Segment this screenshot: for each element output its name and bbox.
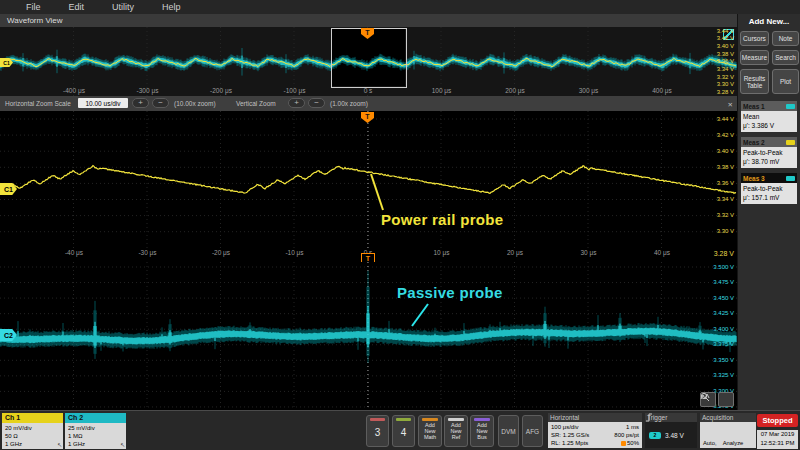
h-zoom-out-button[interactable]: − [152,98,169,108]
ch1-termination: 50 Ω [5,432,63,440]
add-new-math-button[interactable]: Add New Math [418,415,442,447]
ch1-scale: 20 mV/div [5,424,63,432]
time-tick-label: -40 μs [44,249,104,256]
zoom-overlay-icon[interactable] [723,29,734,40]
probe-icon: ↖ [120,441,125,449]
run-stop-status-button[interactable]: Stopped [757,414,798,427]
ref-color-stripe [448,418,464,421]
channel-3-color-stripe [370,418,385,421]
trigger-badge[interactable]: Trigger 2 3.48 V [645,413,697,448]
measurement-name: Mean [743,113,795,122]
acquisition-badge[interactable]: Acquisition Auto, Analyze Sample: 12 bit… [700,413,756,448]
overview-panel: T C1 -400 μs-300 μs-200 μs-100 μs0 s100 … [0,27,737,97]
cursors-button[interactable]: Cursors [740,31,769,46]
time-tick-label: -20 μs [191,249,251,256]
time-tick-label: 30 μs [559,249,619,256]
settings-bar: Ch 1 20 mV/div 50 Ω 1 GHz ↖ Ch 2 25 mV/d… [0,410,800,450]
note-button[interactable]: Note [772,31,799,46]
measurement-badge[interactable]: Meas 1 Mean μ': 3.386 V [741,101,797,132]
volt-axis-label: 3.28 V [714,250,734,257]
power-rail-panel: T C1 Power rail probe 3.44 V3.42 V3.40 V… [0,111,737,248]
channel-chip [786,140,795,145]
passive-probe-panel: C2 Passive probe 3.500 V3.475 V3.450 V3.… [0,262,737,410]
v-zoom-in-button[interactable]: + [288,98,305,108]
dvm-button[interactable]: DVM [498,415,519,447]
expansion-point-icon [621,441,626,446]
time-tick-label: 40 μs [632,249,692,256]
vertical-zoom-label: Vertical Zoom [236,100,276,107]
time-tick-label: 20 μs [485,249,545,256]
ch2-scale: 25 mV/div [68,424,126,432]
measurement-value: μ': 3.386 V [743,122,795,131]
power-rail-waveform-display [0,111,737,248]
menu-utility[interactable]: Utility [112,2,134,12]
channel-1-badge[interactable]: Ch 1 20 mV/div 50 Ω 1 GHz ↖ [2,413,63,449]
channel-2-badge[interactable]: Ch 2 25 mV/div 1 MΩ 1 GHz ↖ [65,413,126,449]
time-tick-label: -30 μs [118,249,178,256]
trigger-level: 3.48 V [665,432,684,439]
plot-button[interactable]: Plot [772,69,799,94]
time-tick-label: -10 μs [265,249,325,256]
time-tick-label: 10 μs [412,249,472,256]
ch1-bandwidth: 1 GHz [5,440,63,448]
tab-bar: Waveform View [0,14,737,28]
menu-bar: File Edit Utility Help [0,0,800,14]
ch2-termination: 1 MΩ [68,432,126,440]
horizontal-badge[interactable]: Horizontal 100 μs/div1 ms SR: 1.25 GS/s8… [548,413,642,448]
ch2-bandwidth: 1 GHz [68,440,126,448]
tab-waveform-view[interactable]: Waveform View [0,14,737,27]
menu-help[interactable]: Help [162,2,181,12]
add-new-ref-button[interactable]: Add New Ref [444,415,468,447]
waveform-tool-button[interactable] [718,392,734,407]
h-zoom-factor-label: (10.00x zoom) [174,100,216,107]
trigger-source-chip: 2 [649,432,661,439]
menu-file[interactable]: File [26,2,41,12]
channel-4-color-stripe [396,418,411,421]
measurement-name: Peak-to-Peak [743,185,795,194]
add-new-title: Add New... [738,17,800,26]
waveform-area: Waveform View T C1 -400 μs-300 μs-200 μs… [0,14,737,410]
channel-chip [786,176,795,181]
results-bar: Add New... Cursors Note Measure Search R… [737,14,800,410]
add-new-bus-button[interactable]: Add New Bus [470,415,494,447]
search-button[interactable]: Search [772,50,799,65]
measurement-value: μ': 157.1 mV [743,194,795,203]
zoom-scale-value[interactable]: 10.00 us/div [78,98,128,108]
results-table-button[interactable]: Results Table [740,69,769,94]
close-icon[interactable]: ✕ [728,100,733,109]
measurement-name: Peak-to-Peak [743,149,795,158]
h-zoom-in-button[interactable]: + [132,98,149,108]
measurement-badge[interactable]: Meas 2 Peak-to-Peak μ': 38.70 mV [741,137,797,168]
measurement-value: μ': 38.70 mV [743,158,795,167]
v-zoom-out-button[interactable]: − [308,98,325,108]
date-time-display: 07 Mar 2019 12:52:31 PM [757,430,798,449]
zoom-scale-bar: Horizontal Zoom Scale 10.00 us/div + − (… [0,96,737,112]
menu-edit[interactable]: Edit [69,2,85,12]
channel-4-button[interactable]: 4 [392,415,415,447]
afg-button[interactable]: AFG [522,415,543,447]
bus-color-stripe [474,418,490,421]
channel-3-button[interactable]: 3 [366,415,389,447]
horizontal-zoom-scale-label: Horizontal Zoom Scale [5,100,71,107]
math-color-stripe [422,418,438,421]
measurement-badge[interactable]: Meas 3 Peak-to-Peak μ': 157.1 mV [741,173,797,204]
passive-probe-waveform-display [0,262,737,410]
channel-chip [786,104,795,109]
measure-button[interactable]: Measure [740,50,769,65]
waveform-icon [700,392,710,402]
v-zoom-factor-label: (1.00x zoom) [330,100,368,107]
probe-icon: ↖ [57,441,62,449]
